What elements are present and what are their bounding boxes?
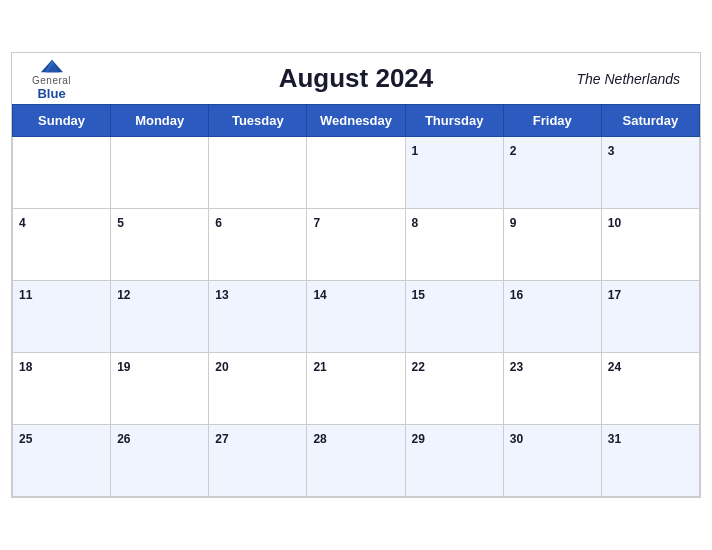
calendar-week-row: 25262728293031 xyxy=(13,425,700,497)
calendar-day-cell: 9 xyxy=(503,209,601,281)
calendar-day-cell: 22 xyxy=(405,353,503,425)
day-number: 18 xyxy=(19,360,32,374)
calendar-day-cell: 21 xyxy=(307,353,405,425)
calendar-day-cell: 16 xyxy=(503,281,601,353)
calendar-header: General Blue August 2024 The Netherlands xyxy=(12,53,700,104)
day-number: 21 xyxy=(313,360,326,374)
calendar-day-cell: 11 xyxy=(13,281,111,353)
logo-blue: Blue xyxy=(37,86,65,101)
day-number: 30 xyxy=(510,432,523,446)
calendar-day-cell: 23 xyxy=(503,353,601,425)
day-number: 2 xyxy=(510,144,517,158)
calendar-day-cell: 19 xyxy=(111,353,209,425)
calendar-day-cell: 5 xyxy=(111,209,209,281)
day-number: 19 xyxy=(117,360,130,374)
day-number: 10 xyxy=(608,216,621,230)
calendar-day-cell: 30 xyxy=(503,425,601,497)
country-name: The Netherlands xyxy=(576,71,680,87)
day-number: 17 xyxy=(608,288,621,302)
day-number: 31 xyxy=(608,432,621,446)
calendar-day-cell: 31 xyxy=(601,425,699,497)
calendar-day-cell: 26 xyxy=(111,425,209,497)
calendar-day-cell: 4 xyxy=(13,209,111,281)
day-number: 22 xyxy=(412,360,425,374)
day-number: 11 xyxy=(19,288,32,302)
day-number: 5 xyxy=(117,216,124,230)
weekday-header-friday: Friday xyxy=(503,105,601,137)
calendar-day-cell: 13 xyxy=(209,281,307,353)
day-number: 14 xyxy=(313,288,326,302)
day-number: 16 xyxy=(510,288,523,302)
calendar-day-cell: 6 xyxy=(209,209,307,281)
day-number: 6 xyxy=(215,216,222,230)
calendar-day-cell: 25 xyxy=(13,425,111,497)
day-number: 28 xyxy=(313,432,326,446)
calendar-table: SundayMondayTuesdayWednesdayThursdayFrid… xyxy=(12,104,700,497)
weekday-header-thursday: Thursday xyxy=(405,105,503,137)
weekday-header-monday: Monday xyxy=(111,105,209,137)
day-number: 9 xyxy=(510,216,517,230)
logo-area: General Blue xyxy=(32,57,71,101)
calendar-day-cell: 1 xyxy=(405,137,503,209)
calendar-day-cell: 14 xyxy=(307,281,405,353)
calendar-day-cell xyxy=(307,137,405,209)
day-number: 29 xyxy=(412,432,425,446)
calendar-day-cell: 15 xyxy=(405,281,503,353)
day-number: 13 xyxy=(215,288,228,302)
day-number: 27 xyxy=(215,432,228,446)
calendar-day-cell xyxy=(13,137,111,209)
calendar-day-cell: 29 xyxy=(405,425,503,497)
calendar-week-row: 123 xyxy=(13,137,700,209)
calendar-day-cell: 7 xyxy=(307,209,405,281)
calendar-day-cell: 18 xyxy=(13,353,111,425)
day-number: 3 xyxy=(608,144,615,158)
calendar-day-cell: 24 xyxy=(601,353,699,425)
logo-icon xyxy=(38,57,66,75)
calendar-day-cell: 27 xyxy=(209,425,307,497)
day-number: 23 xyxy=(510,360,523,374)
calendar-day-cell xyxy=(209,137,307,209)
day-number: 7 xyxy=(313,216,320,230)
day-number: 12 xyxy=(117,288,130,302)
calendar-week-row: 45678910 xyxy=(13,209,700,281)
day-number: 15 xyxy=(412,288,425,302)
calendar-day-cell: 28 xyxy=(307,425,405,497)
weekday-header-saturday: Saturday xyxy=(601,105,699,137)
weekday-header-wednesday: Wednesday xyxy=(307,105,405,137)
day-number: 1 xyxy=(412,144,419,158)
calendar-day-cell: 3 xyxy=(601,137,699,209)
calendar-day-cell xyxy=(111,137,209,209)
calendar-day-cell: 12 xyxy=(111,281,209,353)
calendar-day-cell: 20 xyxy=(209,353,307,425)
day-number: 8 xyxy=(412,216,419,230)
weekday-header-row: SundayMondayTuesdayWednesdayThursdayFrid… xyxy=(13,105,700,137)
day-number: 4 xyxy=(19,216,26,230)
day-number: 26 xyxy=(117,432,130,446)
calendar-container: General Blue August 2024 The Netherlands… xyxy=(11,52,701,498)
calendar-week-row: 18192021222324 xyxy=(13,353,700,425)
calendar-day-cell: 17 xyxy=(601,281,699,353)
calendar-day-cell: 10 xyxy=(601,209,699,281)
month-title: August 2024 xyxy=(279,63,434,94)
day-number: 25 xyxy=(19,432,32,446)
logo-general: General xyxy=(32,75,71,86)
calendar-day-cell: 2 xyxy=(503,137,601,209)
weekday-header-tuesday: Tuesday xyxy=(209,105,307,137)
day-number: 24 xyxy=(608,360,621,374)
calendar-week-row: 11121314151617 xyxy=(13,281,700,353)
weekday-header-sunday: Sunday xyxy=(13,105,111,137)
day-number: 20 xyxy=(215,360,228,374)
calendar-day-cell: 8 xyxy=(405,209,503,281)
